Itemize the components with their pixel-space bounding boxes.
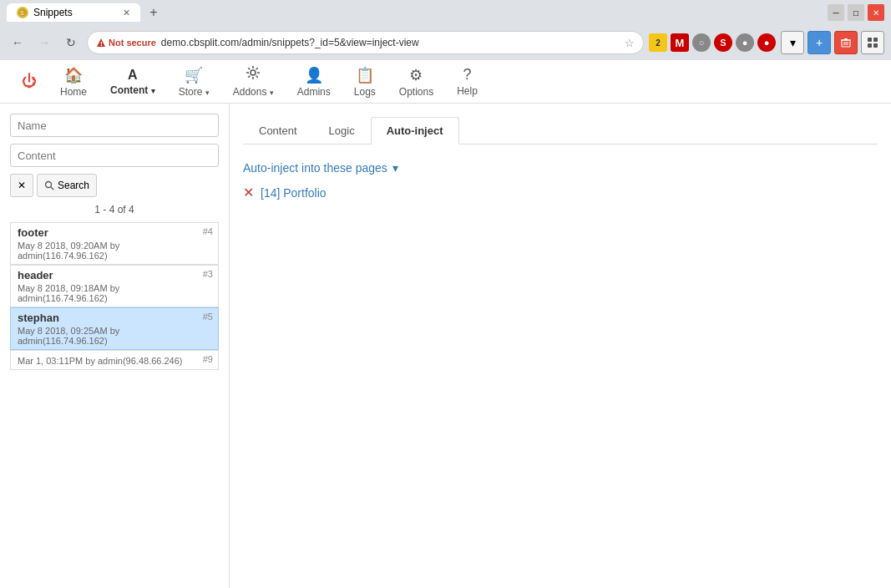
tab-content[interactable]: Content: [243, 117, 313, 144]
app-navbar: ⏻ 🏠 Home A Content ▾ 🛒 Store ▾ Addons ▾: [0, 60, 891, 104]
snippet-meta: May 8 2018, 09:25AM by admin(116.74.96.1…: [18, 326, 211, 346]
snippet-list: #4 footer May 8 2018, 09:20AM by admin(1…: [10, 222, 219, 370]
toolbar-right: ▾ +: [781, 31, 884, 54]
maximize-button[interactable]: □: [848, 4, 864, 21]
url-text: demo.cbsplit.com/admin/snippets?_id=5&vi…: [161, 37, 419, 48]
browser-icon-6[interactable]: ●: [757, 33, 776, 52]
nav-logs[interactable]: 📋 Logs: [346, 63, 384, 101]
nav-help[interactable]: ? Help: [448, 63, 486, 100]
browser-icons: 2 M ○ S ● ●: [649, 33, 776, 52]
tab-title: Snippets: [33, 7, 73, 18]
remove-page-icon[interactable]: ✕: [243, 185, 254, 200]
svg-rect-11: [873, 38, 878, 42]
dropdown-caret-icon: ▾: [392, 161, 398, 175]
content-input[interactable]: [10, 144, 219, 167]
nav-home[interactable]: 🏠 Home: [52, 63, 95, 101]
inject-item: ✕ [14] Portfolio: [243, 185, 878, 200]
address-bar[interactable]: ! Not secure demo.cbsplit.com/admin/snip…: [87, 31, 644, 54]
nav-store[interactable]: 🛒 Store ▾: [170, 63, 218, 101]
svg-rect-13: [873, 43, 878, 48]
auto-inject-dropdown-button[interactable]: Auto-inject into these pages ▾: [243, 161, 878, 175]
result-count: 1 - 4 of 4: [10, 204, 219, 215]
back-button[interactable]: ←: [7, 32, 28, 53]
forward-button[interactable]: →: [33, 32, 55, 53]
snippet-item[interactable]: #4 footer May 8 2018, 09:20AM by admin(1…: [10, 222, 219, 265]
dropdown-button[interactable]: ▾: [781, 31, 804, 54]
title-bar: S Snippets ✕ + ─ □ ✕: [0, 0, 891, 25]
snippet-item[interactable]: #9 Mar 1, 03:11PM by admin(96.48.66.246): [10, 350, 219, 370]
snippet-name: stephan: [18, 312, 211, 324]
browser-icon-4[interactable]: S: [714, 33, 732, 52]
browser-icon-5[interactable]: ●: [736, 33, 754, 52]
snippet-meta: Mar 1, 03:11PM by admin(96.48.66.246): [18, 356, 211, 366]
delete-button[interactable]: [834, 31, 858, 54]
svg-point-15: [46, 182, 52, 188]
main-content: ✕ Search 1 - 4 of 4 #4 footer May 8 2018…: [0, 104, 891, 588]
snippet-name: header: [18, 269, 211, 281]
browser-icon-1[interactable]: 2: [649, 33, 667, 52]
sidebar: ✕ Search 1 - 4 of 4 #4 footer May 8 2018…: [0, 104, 230, 588]
snippet-id: #9: [203, 354, 213, 364]
clear-button[interactable]: ✕: [10, 174, 33, 197]
snippet-id: #3: [203, 269, 213, 279]
svg-rect-12: [868, 43, 872, 48]
nav-options[interactable]: ⚙ Options: [391, 63, 442, 101]
grid-button[interactable]: [861, 31, 884, 54]
reload-button[interactable]: ↻: [60, 32, 82, 53]
svg-point-14: [251, 70, 256, 75]
right-panel: Content Logic Auto-inject Auto-inject in…: [230, 104, 891, 588]
new-tab-button[interactable]: +: [144, 3, 164, 23]
svg-line-16: [51, 187, 54, 190]
snippet-item-active[interactable]: #5 stephan May 8 2018, 09:25AM by admin(…: [10, 307, 219, 350]
name-input[interactable]: [10, 114, 219, 137]
page-link[interactable]: [14] Portfolio: [261, 186, 327, 200]
tabs-row: Content Logic Auto-inject: [243, 117, 878, 144]
nav-admins[interactable]: 👤 Admins: [289, 63, 339, 101]
tab-auto-inject[interactable]: Auto-inject: [371, 117, 459, 144]
window-controls: ─ □ ✕: [828, 4, 884, 21]
nav-power[interactable]: ⏻: [13, 69, 45, 94]
close-window-button[interactable]: ✕: [868, 4, 884, 21]
auto-inject-section: Auto-inject into these pages ▾ ✕ [14] Po…: [243, 155, 878, 200]
svg-text:S: S: [20, 10, 24, 16]
browser-icon-2[interactable]: M: [671, 33, 689, 52]
search-button[interactable]: Search: [37, 174, 97, 197]
svg-rect-10: [868, 38, 872, 42]
snippet-meta: May 8 2018, 09:18AM by admin(116.74.96.1…: [18, 283, 211, 303]
tab-close-icon[interactable]: ✕: [123, 8, 130, 18]
tab-logic[interactable]: Logic: [313, 117, 371, 144]
snippet-meta: May 8 2018, 09:20AM by admin(116.74.96.1…: [18, 241, 211, 261]
svg-text:!: !: [100, 40, 103, 48]
minimize-button[interactable]: ─: [828, 4, 844, 21]
nav-addons[interactable]: Addons ▾: [225, 62, 282, 101]
app-area: ⏻ 🏠 Home A Content ▾ 🛒 Store ▾ Addons ▾: [0, 60, 891, 588]
search-row: ✕ Search: [10, 174, 219, 197]
tab-favicon: S: [17, 7, 28, 18]
bookmark-icon[interactable]: ☆: [625, 37, 635, 49]
browser-tab[interactable]: S Snippets ✕: [7, 3, 140, 22]
security-warning: ! Not secure: [96, 38, 156, 48]
address-bar-row: ← → ↻ ! Not secure demo.cbsplit.com/admi…: [0, 25, 891, 60]
snippet-id: #5: [203, 312, 213, 322]
add-button[interactable]: +: [807, 31, 831, 54]
snippet-id: #4: [203, 226, 213, 236]
snippet-name: footer: [18, 226, 211, 239]
snippet-item[interactable]: #3 header May 8 2018, 09:18AM by admin(1…: [10, 265, 219, 307]
nav-content[interactable]: A Content ▾: [102, 64, 164, 99]
browser-icon-3[interactable]: ○: [692, 33, 711, 52]
